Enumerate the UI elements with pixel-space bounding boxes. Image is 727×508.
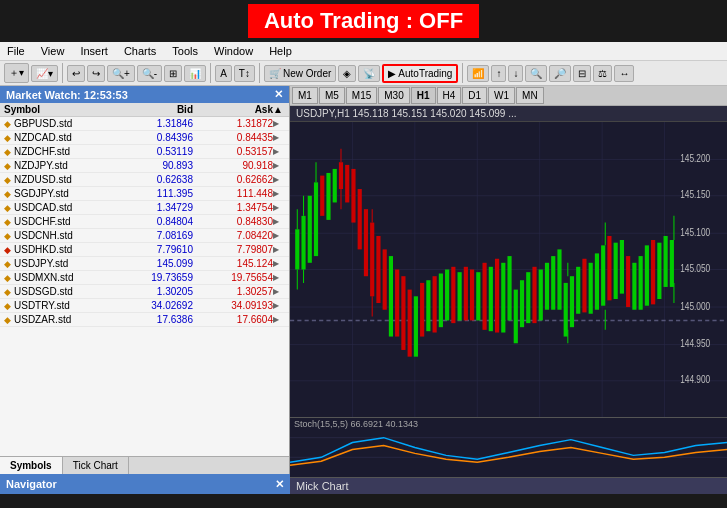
font-btn[interactable]: A <box>215 65 232 82</box>
tf-m1[interactable]: M1 <box>292 87 318 104</box>
table-row[interactable]: ◆ USDCNH.std 7.08169 7.08420 ▶ <box>0 229 289 243</box>
svg-rect-16 <box>301 216 305 270</box>
scroll-arrow: ▶ <box>273 189 285 198</box>
ask-cell: 0.53157 <box>193 146 273 157</box>
svg-rect-30 <box>389 256 393 336</box>
svg-rect-51 <box>520 280 524 327</box>
table-row[interactable]: ◆ GBPUSD.std 1.31846 1.31872 ▶ <box>0 117 289 131</box>
svg-rect-26 <box>364 209 368 276</box>
table-row[interactable]: ◆ USDTRY.std 34.02692 34.09193 ▶ <box>0 299 289 313</box>
auto-trading-btn[interactable]: ▶ AutoTrading <box>382 64 458 83</box>
ask-cell: 19.75654 <box>193 272 273 283</box>
arrow-btn2[interactable]: ↪ <box>87 65 105 82</box>
symbol-name: USDCAD.std <box>14 202 72 213</box>
table-row[interactable]: ◆ USDSGD.std 1.30205 1.30257 ▶ <box>0 285 289 299</box>
svg-rect-27 <box>370 223 374 297</box>
svg-rect-73 <box>657 243 661 299</box>
arrow-btn[interactable]: ↩ <box>67 65 85 82</box>
svg-rect-46 <box>489 267 493 331</box>
scale-btn[interactable]: ⚖ <box>593 65 612 82</box>
bid-cell: 111.395 <box>113 188 193 199</box>
period-btn[interactable]: 📊 <box>184 65 206 82</box>
table-row[interactable]: ◆ USDZAR.std 17.6386 17.6604 ▶ <box>0 313 289 327</box>
menu-file[interactable]: File <box>4 44 28 58</box>
zoom-out-btn[interactable]: 🔍- <box>137 65 162 82</box>
svg-rect-39 <box>445 270 449 321</box>
font-size-btn[interactable]: T↕ <box>234 65 255 82</box>
svg-rect-72 <box>651 240 655 304</box>
ask-cell: 34.09193 <box>193 300 273 311</box>
table-row[interactable]: ◆ USDHKD.std 7.79610 7.79807 ▶ <box>0 243 289 257</box>
market-watch-close[interactable]: ✕ <box>274 88 283 101</box>
menu-tools[interactable]: Tools <box>169 44 201 58</box>
svg-rect-40 <box>451 267 455 323</box>
grid-btn[interactable]: ⊟ <box>573 65 591 82</box>
chart-type-btn[interactable]: ◈ <box>338 65 356 82</box>
table-row[interactable]: ◆ USDCAD.std 1.34729 1.34754 ▶ <box>0 201 289 215</box>
tf-w1[interactable]: W1 <box>488 87 515 104</box>
down-btn[interactable]: ↓ <box>508 65 523 82</box>
bid-cell: 7.79610 <box>113 244 193 255</box>
tab-symbols[interactable]: Symbols <box>0 457 63 474</box>
svg-rect-47 <box>495 259 499 333</box>
new-order-btn[interactable]: 🛒 New Order <box>264 65 336 82</box>
plus-btn[interactable]: ＋▾ <box>4 63 29 83</box>
tf-h1[interactable]: H1 <box>411 87 436 104</box>
menu-view[interactable]: View <box>38 44 68 58</box>
tab-tick-chart[interactable]: Tick Chart <box>63 457 129 474</box>
signal-btn[interactable]: 📶 <box>467 65 489 82</box>
col-ask: Ask <box>193 104 273 115</box>
menu-window[interactable]: Window <box>211 44 256 58</box>
scroll-arrow: ▶ <box>273 133 285 142</box>
market-table-header: Symbol Bid Ask ▲ <box>0 103 289 117</box>
table-row[interactable]: ◆ NZDJPY.std 90.893 90.918 ▶ <box>0 159 289 173</box>
symbol-name: USDCHF.std <box>14 216 71 227</box>
diamond-icon: ◆ <box>4 161 11 171</box>
up-btn[interactable]: ↑ <box>491 65 506 82</box>
tf-h4[interactable]: H4 <box>437 87 462 104</box>
main-chart[interactable]: 145.200 145.150 145.100 145.050 145.000 … <box>290 122 727 417</box>
menu-charts[interactable]: Charts <box>121 44 159 58</box>
table-row[interactable]: ◆ NZDUSD.std 0.62638 0.62662 ▶ <box>0 173 289 187</box>
navigator-close[interactable]: ✕ <box>275 478 284 491</box>
indicator-btn[interactable]: 📡 <box>358 65 380 82</box>
table-row[interactable]: ◆ USDCHF.std 0.84804 0.84830 ▶ <box>0 215 289 229</box>
zoom-out2-btn[interactable]: 🔎 <box>549 65 571 82</box>
separator-2 <box>210 63 211 83</box>
ask-cell: 145.124 <box>193 258 273 269</box>
table-row[interactable]: ◆ SGDJPY.std 111.395 111.448 ▶ <box>0 187 289 201</box>
symbol-cell: ◆ USDJPY.std <box>4 258 113 269</box>
menu-help[interactable]: Help <box>266 44 295 58</box>
tf-d1[interactable]: D1 <box>462 87 487 104</box>
tf-m15[interactable]: M15 <box>346 87 377 104</box>
table-row[interactable]: ◆ USDMXN.std 19.73659 19.75654 ▶ <box>0 271 289 285</box>
zoom-in-btn[interactable]: 🔍+ <box>107 65 135 82</box>
table-row[interactable]: ◆ NZDCHF.std 0.53119 0.53157 ▶ <box>0 145 289 159</box>
scroll-arrow: ▶ <box>273 119 285 128</box>
table-row[interactable]: ◆ NZDCAD.std 0.84396 0.84435 ▶ <box>0 131 289 145</box>
prop-btn[interactable]: ⊞ <box>164 65 182 82</box>
symbol-cell: ◆ USDSGD.std <box>4 286 113 297</box>
scroll-arrow: ▶ <box>273 147 285 156</box>
scroll-arrow: ▶ <box>273 315 285 324</box>
scroll-btn[interactable]: ↔ <box>614 65 634 82</box>
diamond-icon: ◆ <box>4 189 11 199</box>
ask-cell: 111.448 <box>193 188 273 199</box>
zoom-in2-btn[interactable]: 🔍 <box>525 65 547 82</box>
chart-btn[interactable]: 📈▾ <box>31 65 58 82</box>
menu-insert[interactable]: Insert <box>77 44 111 58</box>
diamond-icon: ◆ <box>4 119 11 129</box>
svg-rect-21 <box>333 169 337 203</box>
symbol-cell: ◆ USDCAD.std <box>4 202 113 213</box>
tf-m30[interactable]: M30 <box>378 87 409 104</box>
svg-rect-74 <box>664 236 668 287</box>
svg-text:145.200: 145.200 <box>680 152 710 164</box>
tf-mn[interactable]: MN <box>516 87 544 104</box>
market-rows: ◆ GBPUSD.std 1.31846 1.31872 ▶ ◆ NZDCAD.… <box>0 117 289 327</box>
svg-rect-42 <box>464 267 468 321</box>
symbol-name: SGDJPY.std <box>14 188 69 199</box>
table-row[interactable]: ◆ USDJPY.std 145.099 145.124 ▶ <box>0 257 289 271</box>
ask-cell: 0.84435 <box>193 132 273 143</box>
tf-m5[interactable]: M5 <box>319 87 345 104</box>
symbol-cell: ◆ NZDUSD.std <box>4 174 113 185</box>
